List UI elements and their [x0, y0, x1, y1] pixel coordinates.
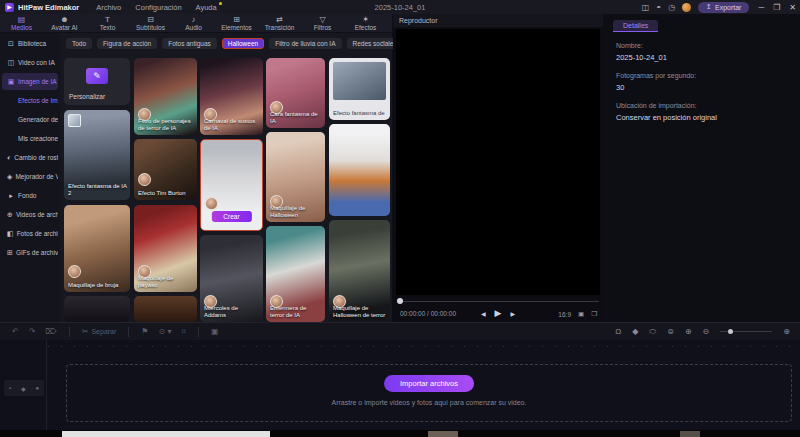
- filter-chip-row: Todo Figura de acción Fotos antiguas Hal…: [62, 35, 390, 52]
- customize-icon: ✎: [86, 68, 108, 84]
- filter-chip-lluvia-ia[interactable]: Filtro de lluvia con IA: [269, 38, 341, 49]
- export-icon: ↥: [706, 3, 712, 11]
- avatar-icon: ☻: [60, 15, 68, 24]
- effect-card-partial-2[interactable]: [134, 296, 197, 322]
- effect-card-fantasma-polaroid[interactable]: Efecto fantasma de: [329, 58, 390, 120]
- effect-card-payaso[interactable]: Maquillaje de payaso: [134, 205, 197, 292]
- track-thumbnail-icon[interactable]: ▪: [9, 385, 11, 391]
- filter-chip-todo[interactable]: Todo: [66, 38, 92, 49]
- effect-card-miercoles-addams[interactable]: Miércoles de Addams: [200, 235, 263, 322]
- tab-detalles[interactable]: Detalles: [613, 20, 658, 32]
- sidebar-item-imagen-de-ia[interactable]: ▣Imagen de IA: [2, 73, 58, 90]
- tab-elementos[interactable]: ⊞Elementos: [215, 15, 258, 31]
- history-icon[interactable]: ◷: [668, 3, 675, 12]
- effect-card-tim-burton[interactable]: Efecto Tim Burton: [134, 139, 197, 200]
- feedback-icon[interactable]: ◓: [656, 3, 661, 12]
- seek-bar[interactable]: [397, 298, 599, 304]
- track-view-icon[interactable]: ⬭: [649, 327, 656, 337]
- text-icon: T: [105, 15, 110, 24]
- app-name: HitPaw Edimakor: [18, 3, 79, 12]
- effect-card-personajes-terror[interactable]: Filtro de personajes de terror de IA: [134, 58, 197, 135]
- magnet-icon[interactable]: Ω: [615, 327, 621, 336]
- timeline-zoom-slider[interactable]: [720, 331, 772, 332]
- filter-chip-fotos-antiguas[interactable]: Fotos antiguas: [162, 38, 217, 49]
- play-button[interactable]: ▶: [495, 308, 502, 318]
- sidebar-item-mis-creaciones[interactable]: Mis creaciones: [2, 130, 58, 147]
- effect-card-personalizar[interactable]: ✎ Personalizar: [64, 58, 130, 105]
- sidebar-item-video-con-ia[interactable]: ◫Video con IA: [2, 54, 58, 71]
- effect-card-maquillaje-halloween[interactable]: Maquillaje de Halloween: [266, 132, 325, 222]
- tab-avatar-ai[interactable]: ☻Avatar AI: [43, 15, 86, 31]
- sidebar-item-videos-de-archivo[interactable]: ⊕Videos de archivo: [2, 206, 58, 223]
- sidebar-item-generador[interactable]: Generador de...: [2, 111, 58, 128]
- before-thumbnail: [138, 173, 151, 186]
- close-button[interactable]: ✕: [789, 3, 796, 12]
- effect-card-fantasma-ia-2[interactable]: Efecto fantasma de IA 2: [64, 110, 130, 200]
- tab-subtitulos[interactable]: ⊟Subtítulos: [129, 15, 172, 31]
- sidebar-item-gifs-de-archivo[interactable]: ⊞GIFs de archivo: [2, 244, 58, 261]
- link-icon[interactable]: ⊜: [667, 327, 674, 336]
- crear-button[interactable]: Crear: [211, 211, 251, 222]
- seek-knob[interactable]: [397, 298, 403, 304]
- voiceover-icon[interactable]: ⌗: [181, 327, 186, 337]
- previous-frame-button[interactable]: ◀: [481, 310, 486, 317]
- effect-card-carnaval[interactable]: Carnaval de sustos de IA: [200, 58, 263, 135]
- tab-audio[interactable]: ♪Audio: [172, 15, 215, 31]
- mute-track-icon[interactable]: ◆: [21, 385, 26, 392]
- tab-texto[interactable]: TTexto: [86, 15, 129, 31]
- stock-video-icon: ⊕: [7, 211, 13, 219]
- chevron-down-icon[interactable]: ⌄: [380, 37, 386, 45]
- effect-card-cara-fantasma[interactable]: Cara fantasma de IA: [266, 58, 325, 128]
- record-dropdown-icon[interactable]: ⊙ ▾: [159, 327, 172, 336]
- tab-medios[interactable]: ▤Medios: [0, 15, 43, 31]
- menu-archivo[interactable]: Archivo: [96, 3, 121, 12]
- effect-card-enfermera[interactable]: Enfermera de terror de IA: [266, 226, 325, 322]
- minimize-button[interactable]: ─: [758, 3, 764, 12]
- sidebar-item-fotos-de-archivo[interactable]: ◧Fotos de archivo: [2, 225, 58, 242]
- before-thumbnail: [205, 197, 218, 210]
- effects-library-panel: Todo Figura de acción Fotos antiguas Hal…: [60, 33, 392, 322]
- export-button[interactable]: ↥Exportar: [698, 2, 749, 13]
- auto-ripple-icon[interactable]: ⊕: [685, 327, 692, 336]
- import-files-button[interactable]: Importar archivos: [384, 375, 474, 392]
- sidebar-item-biblioteca[interactable]: ⊡Biblioteca: [2, 35, 58, 52]
- filter-chip-figura-de-accion[interactable]: Figura de acción: [97, 38, 157, 49]
- zoom-fit-icon[interactable]: ⊕: [783, 327, 790, 336]
- delete-icon[interactable]: ⌦: [45, 327, 56, 336]
- maximize-button[interactable]: ❐: [773, 3, 780, 12]
- effect-card-bruja[interactable]: Maquillaje de bruja: [64, 205, 130, 292]
- aspect-ratio-select[interactable]: 16:9: [558, 311, 571, 318]
- snapshot-icon[interactable]: ▣: [578, 310, 584, 318]
- folder-icon: ⊡: [7, 40, 15, 48]
- effect-card-skull-selected[interactable]: Crear: [200, 139, 263, 231]
- keyframe-icon[interactable]: ◆: [632, 327, 638, 336]
- tab-efectos[interactable]: ✶Efectos: [344, 15, 387, 31]
- tab-transicion[interactable]: ⇄Transición: [258, 15, 301, 31]
- filter-chip-halloween[interactable]: Halloween: [222, 38, 264, 49]
- effects-icon: ✶: [362, 15, 369, 24]
- effect-card-chucky-dog[interactable]: [329, 124, 390, 216]
- next-frame-button[interactable]: ▶: [510, 310, 515, 317]
- menu-ayuda[interactable]: Ayuda: [196, 3, 217, 12]
- redo-icon[interactable]: ↷: [29, 327, 36, 336]
- sidebar-item-fondo[interactable]: ▸Fondo: [2, 187, 58, 204]
- tab-filtros[interactable]: ▽Filtros: [301, 15, 344, 31]
- menu-configuracion[interactable]: Configuración: [135, 3, 181, 12]
- layout-icon[interactable]: ◫: [642, 3, 650, 12]
- sidebar-item-efectos-de-imagen[interactable]: Efectos de Im...: [2, 92, 58, 109]
- split-button[interactable]: ✂Separar: [82, 327, 117, 336]
- crop-icon[interactable]: ▣: [211, 327, 219, 336]
- effect-card-halloween-terror[interactable]: Maquillaje de Halloween de terror: [329, 220, 390, 322]
- sidebar-item-mejorador[interactable]: ◈Mejorador de V...: [2, 168, 58, 185]
- marker-icon[interactable]: ⚑: [141, 327, 148, 336]
- taskbar-segment: [680, 431, 700, 437]
- undo-icon[interactable]: ↶: [12, 327, 19, 336]
- sidebar-item-cambio-de-rostro[interactable]: ◐Cambio de rostro: [2, 149, 58, 166]
- effects-grid: ✎ Personalizar Efecto fantasma de IA 2 M…: [60, 55, 392, 322]
- effect-card-partial-1[interactable]: [64, 296, 130, 322]
- media-drop-zone[interactable]: Importar archivos Arrastre o importe vid…: [66, 364, 792, 422]
- hide-track-icon[interactable]: ●: [35, 385, 39, 391]
- fullscreen-icon[interactable]: ❒: [591, 310, 597, 318]
- user-avatar[interactable]: [682, 3, 691, 12]
- zoom-out-icon[interactable]: ⊖: [703, 327, 710, 336]
